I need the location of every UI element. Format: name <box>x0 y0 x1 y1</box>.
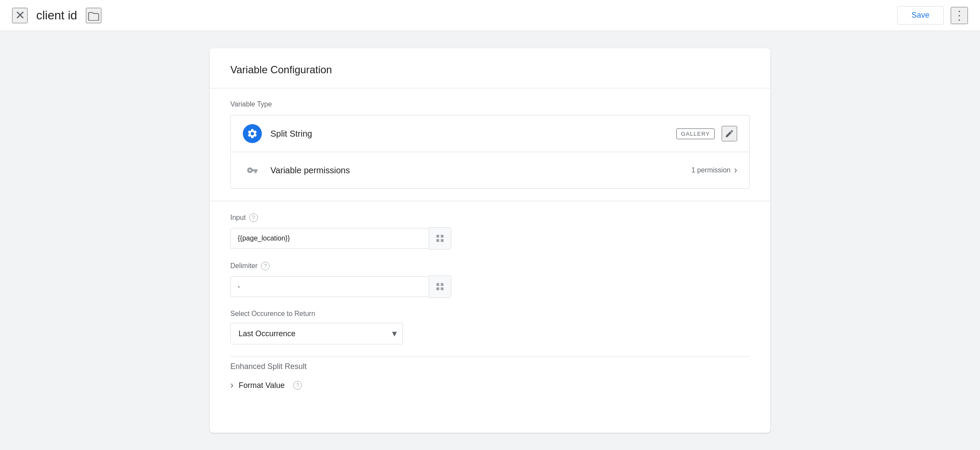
chevron-right-collapsible-icon: › <box>230 380 233 391</box>
top-bar: ✕ client id Save ⋮ <box>0 0 980 31</box>
folder-button[interactable] <box>86 8 101 23</box>
delimiter-label-text: Delimiter <box>230 262 258 270</box>
delimiter-field-group: Delimiter ? - <box>230 262 750 298</box>
svg-rect-5 <box>441 283 443 286</box>
split-string-row: Split String GALLERY <box>231 116 749 152</box>
variable-type-label: Variable Type <box>230 100 750 108</box>
format-value-help-icon[interactable]: ? <box>293 381 302 390</box>
input-label-text: Input <box>230 214 246 222</box>
card-body: Variable Type Split String GALLERY <box>210 88 770 405</box>
variable-configuration-card: Variable Configuration Variable Type Spl… <box>210 48 770 433</box>
input-field-group: Input ? {{page_location}} <box>230 213 750 250</box>
delimiter-help-icon[interactable]: ? <box>261 262 270 270</box>
card-title: Variable Configuration <box>230 64 750 76</box>
svg-rect-6 <box>437 288 439 290</box>
permission-count: 1 permission <box>691 166 731 174</box>
close-button[interactable]: ✕ <box>12 8 28 23</box>
format-value-row[interactable]: › Format Value ? <box>230 378 750 393</box>
enhanced-split-title: Enhanced Split Result <box>230 362 750 371</box>
variable-type-section: Variable Type Split String GALLERY <box>210 88 770 201</box>
variable-type-icon <box>243 124 262 143</box>
variable-type-name: Split String <box>270 129 676 139</box>
select-occurrence-label: Select Occurence to Return <box>230 310 750 318</box>
delimiter-addon-icon <box>435 282 445 291</box>
card-header: Variable Configuration <box>210 48 770 88</box>
chevron-right-icon: › <box>734 165 737 176</box>
variable-permissions-label: Variable permissions <box>270 166 691 175</box>
variable-permissions-row[interactable]: Variable permissions 1 permission › <box>231 152 749 188</box>
variable-type-card: Split String GALLERY <box>230 115 750 189</box>
save-button[interactable]: Save <box>897 6 944 25</box>
svg-rect-7 <box>441 288 443 290</box>
select-label-text: Select Occurence to Return <box>230 310 315 318</box>
key-svg-icon <box>247 165 258 176</box>
svg-rect-3 <box>441 239 443 242</box>
key-icon <box>243 161 262 180</box>
enhanced-split-section: Enhanced Split Result › Format Value ? <box>230 356 750 393</box>
input-field[interactable]: {{page_location}} <box>230 228 429 249</box>
delimiter-field-label: Delimiter ? <box>230 262 750 270</box>
more-options-button[interactable]: ⋮ <box>951 7 968 24</box>
gallery-badge: GALLERY <box>676 128 715 139</box>
edit-variable-type-button[interactable] <box>722 126 737 141</box>
input-row: {{page_location}} <box>230 227 750 250</box>
svg-rect-0 <box>437 235 439 237</box>
delimiter-addon-button[interactable] <box>429 275 451 298</box>
svg-rect-4 <box>437 283 439 286</box>
delimiter-field[interactable]: - <box>230 276 429 297</box>
input-field-label: Input ? <box>230 213 750 222</box>
input-help-icon[interactable]: ? <box>249 213 258 222</box>
format-value-label: Format Value <box>239 381 285 390</box>
svg-rect-2 <box>437 239 439 242</box>
fields-section: Input ? {{page_location}} <box>210 201 770 405</box>
gear-icon <box>247 128 258 139</box>
page-title: client id <box>36 9 77 22</box>
input-addon-button[interactable] <box>429 227 451 250</box>
pencil-icon <box>725 129 734 138</box>
select-container: First Occurrence Last Occurrence Nth Occ… <box>230 323 403 344</box>
select-occurrence-group: Select Occurence to Return First Occurre… <box>230 310 750 344</box>
top-bar-left: ✕ client id <box>12 8 101 23</box>
svg-rect-1 <box>441 235 443 237</box>
input-addon-icon <box>435 234 445 243</box>
occurrence-select[interactable]: First Occurrence Last Occurrence Nth Occ… <box>230 323 403 344</box>
main-content: Variable Configuration Variable Type Spl… <box>0 31 980 450</box>
delimiter-row: - <box>230 275 750 298</box>
top-bar-right: Save ⋮ <box>897 6 968 25</box>
